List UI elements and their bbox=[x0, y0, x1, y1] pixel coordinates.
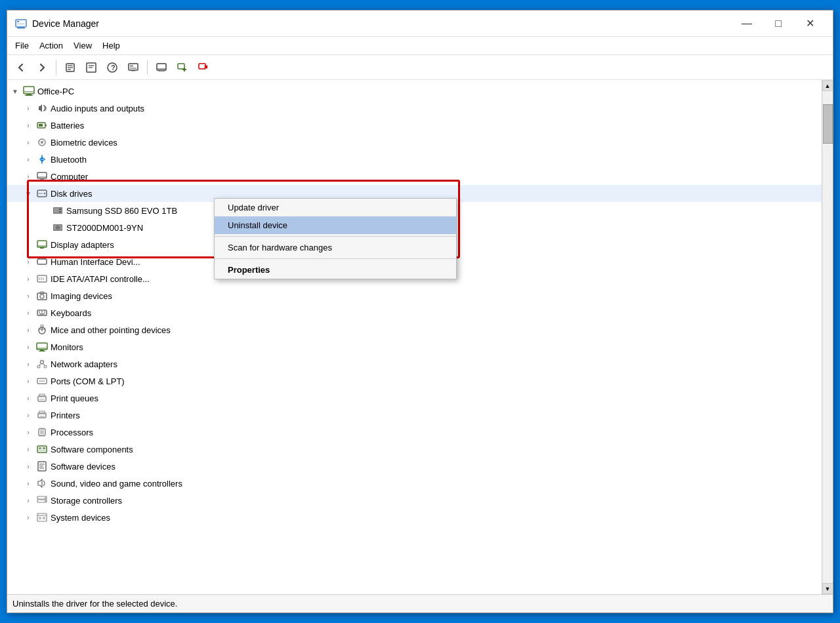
tree-item-biometric[interactable]: › Biometric devices bbox=[7, 134, 822, 151]
tb-add-button[interactable] bbox=[173, 58, 192, 77]
network-icon bbox=[36, 358, 48, 370]
storage-icon bbox=[36, 494, 48, 506]
svg-rect-61 bbox=[41, 312, 43, 313]
svg-rect-102 bbox=[39, 468, 44, 469]
svg-rect-52 bbox=[37, 275, 47, 282]
batteries-icon bbox=[36, 119, 48, 131]
tree-item-batteries[interactable]: › Batteries bbox=[7, 117, 822, 134]
tree-item-mice[interactable]: › Mice and other pointing devices bbox=[7, 321, 822, 338]
menu-view[interactable]: View bbox=[68, 39, 97, 52]
bluetooth-expander[interactable]: › bbox=[23, 154, 33, 165]
ports-icon bbox=[36, 375, 48, 387]
tb-scan-button[interactable] bbox=[123, 58, 143, 77]
tb-forward-button[interactable] bbox=[32, 58, 52, 77]
tb-computer-button[interactable] bbox=[152, 58, 171, 77]
svg-rect-35 bbox=[40, 178, 44, 180]
tb-remove-button[interactable] bbox=[194, 58, 213, 77]
tree-item-monitors[interactable]: › Monitors bbox=[7, 338, 822, 355]
svg-rect-26 bbox=[26, 94, 32, 95]
batteries-expander[interactable]: › bbox=[23, 120, 33, 131]
tree-item-softdev[interactable]: › Software devices bbox=[7, 458, 822, 475]
tree-item-network[interactable]: › Network adapters bbox=[7, 355, 822, 372]
minimize-button[interactable]: — bbox=[732, 13, 762, 34]
maximize-button[interactable]: □ bbox=[763, 13, 793, 34]
tree-item-sound[interactable]: › Sound, video and game controllers bbox=[7, 475, 822, 492]
storage-expander[interactable]: › bbox=[23, 495, 33, 506]
ctx-uninstall-device[interactable]: Uninstall device bbox=[215, 216, 456, 234]
softcomp-label: Software components bbox=[51, 445, 133, 454]
tree-item-printers[interactable]: › Printers bbox=[7, 407, 822, 424]
ctx-separator-2 bbox=[215, 258, 456, 259]
tree-item-storage[interactable]: › Storage controllers bbox=[7, 492, 822, 509]
audio-expander[interactable]: › bbox=[23, 103, 33, 113]
tb-help-button[interactable]: ? bbox=[102, 58, 122, 77]
printers-icon bbox=[36, 409, 48, 421]
sound-expander[interactable]: › bbox=[23, 478, 33, 489]
bluetooth-icon bbox=[36, 153, 48, 165]
tree-item-computer[interactable]: › Computer bbox=[7, 168, 822, 185]
ide-expander[interactable]: › bbox=[23, 273, 33, 284]
svg-rect-96 bbox=[39, 447, 41, 449]
ctx-update-driver[interactable]: Update driver bbox=[215, 199, 456, 216]
toolbar-separator-2 bbox=[147, 60, 148, 75]
biometric-expander[interactable]: › bbox=[23, 137, 33, 148]
menu-file[interactable]: File bbox=[10, 39, 34, 52]
softcomp-expander[interactable]: › bbox=[23, 444, 33, 454]
tree-item-sysdev[interactable]: › System devices bbox=[7, 509, 822, 526]
tree-item-bluetooth[interactable]: › Bluetooth bbox=[7, 151, 822, 168]
softdev-expander[interactable]: › bbox=[23, 461, 33, 472]
tree-root-item[interactable]: ▼ Office-PC bbox=[7, 83, 822, 100]
tree-item-printq[interactable]: › Print queues bbox=[7, 390, 822, 407]
tree-item-keyboards[interactable]: › Keyboards bbox=[7, 304, 822, 321]
scroll-track[interactable] bbox=[822, 91, 833, 583]
root-label: Office-PC bbox=[37, 87, 74, 96]
tree-item-processors[interactable]: › Processors bbox=[7, 424, 822, 441]
ide-icon bbox=[36, 273, 48, 285]
printers-expander[interactable]: › bbox=[23, 410, 33, 420]
computer-expander[interactable]: › bbox=[23, 171, 33, 182]
sysdev-expander[interactable]: › bbox=[23, 512, 33, 523]
tree-item-imaging[interactable]: › Imaging devices bbox=[7, 287, 822, 304]
svg-rect-100 bbox=[39, 464, 45, 465]
title-bar-left: Device Manager bbox=[15, 18, 99, 30]
scroll-thumb[interactable] bbox=[823, 104, 833, 144]
menu-action[interactable]: Action bbox=[34, 39, 68, 52]
tb-back-button[interactable] bbox=[11, 58, 31, 77]
scroll-up-button[interactable]: ▲ bbox=[822, 80, 833, 91]
printq-expander[interactable]: › bbox=[23, 393, 33, 403]
svg-rect-27 bbox=[25, 95, 33, 96]
close-button[interactable]: ✕ bbox=[795, 13, 825, 34]
keyboards-expander[interactable]: › bbox=[23, 308, 33, 318]
root-expander[interactable]: ▼ bbox=[10, 86, 20, 96]
menu-help[interactable]: Help bbox=[97, 39, 125, 52]
tree-item-softcomp[interactable]: › Software components bbox=[7, 441, 822, 458]
imaging-expander[interactable]: › bbox=[23, 291, 33, 301]
tb-update-button[interactable] bbox=[81, 58, 101, 77]
processors-expander[interactable]: › bbox=[23, 427, 33, 437]
tree-item-audio[interactable]: › Audio inputs and outputs bbox=[7, 100, 822, 117]
hid-expander[interactable]: › bbox=[23, 256, 33, 267]
tb-properties-button[interactable] bbox=[60, 58, 80, 77]
ctx-properties[interactable]: Properties bbox=[215, 261, 456, 279]
display-expander[interactable]: › bbox=[23, 239, 33, 250]
svg-rect-83 bbox=[39, 399, 45, 400]
monitors-expander[interactable]: › bbox=[23, 342, 33, 352]
keyboards-label: Keyboards bbox=[51, 308, 91, 318]
audio-icon bbox=[36, 102, 48, 114]
disk-expander[interactable]: ▼ bbox=[23, 188, 33, 199]
monitors-icon bbox=[36, 341, 48, 353]
device-tree[interactable]: ▼ Office-PC › Audio inputs and ou bbox=[7, 80, 822, 594]
ctx-scan-hardware[interactable]: Scan for hardware changes bbox=[215, 239, 456, 256]
imaging-icon bbox=[36, 290, 48, 302]
network-expander[interactable]: › bbox=[23, 359, 33, 369]
scroll-down-button[interactable]: ▼ bbox=[822, 583, 833, 594]
svg-rect-62 bbox=[44, 312, 45, 313]
vertical-scrollbar[interactable]: ▲ ▼ bbox=[822, 80, 833, 594]
ports-expander[interactable]: › bbox=[23, 376, 33, 386]
sound-icon bbox=[36, 477, 48, 489]
svg-rect-71 bbox=[39, 351, 45, 352]
svg-rect-49 bbox=[37, 259, 47, 264]
mice-expander[interactable]: › bbox=[23, 325, 33, 335]
tree-item-ports[interactable]: › Ports (COM & LPT) bbox=[7, 372, 822, 390]
computer-node-label: Computer bbox=[51, 172, 88, 182]
